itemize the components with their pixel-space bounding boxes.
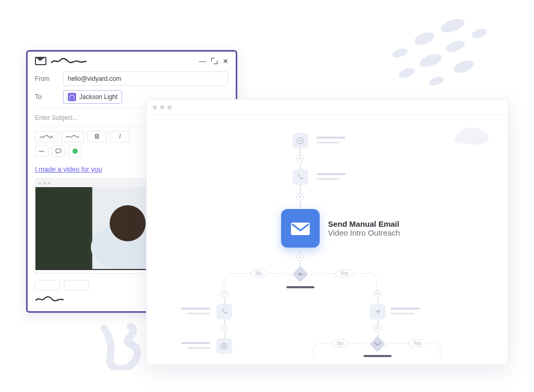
send-email-node[interactable] (281, 209, 320, 248)
recipient-name: Jackson Light (79, 93, 117, 101)
send-node[interactable] (370, 304, 385, 320)
window-close-button[interactable]: ✕ (223, 57, 228, 65)
workflow-window: + + Send Manual Email Video Intro Outrea… (146, 99, 508, 365)
call-node-left[interactable] (216, 304, 232, 320)
bold-button[interactable]: B (87, 131, 107, 142)
person-icon (68, 93, 76, 101)
to-label: To (35, 93, 58, 101)
workflow-canvas[interactable]: + + Send Manual Email Video Intro Outrea… (147, 115, 508, 364)
add-step-2[interactable]: + (296, 193, 304, 201)
from-row: From (35, 71, 228, 86)
send-email-label: Send Manual Email Video Intro Outreach (328, 219, 400, 237)
recipient-chip[interactable]: Jackson Light (63, 90, 122, 104)
vidyard-button[interactable] (68, 145, 82, 157)
send-email-title: Send Manual Email (328, 219, 400, 228)
add-step-1[interactable]: + (296, 155, 304, 162)
decorative-shape (448, 121, 495, 148)
placeholder-button-2[interactable] (64, 280, 89, 290)
svg-rect-3 (223, 345, 226, 348)
send-email-subtitle: Video Intro Outreach (328, 228, 400, 237)
video-subject-link[interactable]: I made a video for you (35, 165, 102, 173)
subject-placeholder: Enter Subject... (35, 114, 78, 121)
vidyard-icon (72, 149, 78, 154)
call-node[interactable] (293, 169, 308, 185)
branch-no-1: No (251, 270, 267, 277)
add-step-left-1[interactable]: + (221, 290, 228, 298)
placeholder-button-1[interactable] (35, 280, 60, 290)
workflow-window-bar (147, 100, 508, 115)
open-icon (374, 340, 381, 348)
window-expand-button[interactable] (211, 58, 217, 64)
font-style-2-button[interactable] (61, 131, 84, 142)
font-style-1-button[interactable] (35, 131, 58, 142)
compose-titlebar: — ✕ (28, 52, 236, 69)
mail-icon (35, 57, 46, 65)
stop-node[interactable] (216, 338, 232, 354)
from-label: From (35, 75, 58, 82)
decorative-blobs (367, 15, 503, 98)
add-step-3[interactable]: + (296, 254, 304, 261)
link-button[interactable] (35, 145, 48, 157)
comment-button[interactable] (52, 145, 65, 157)
branch-yes-2: Yes (408, 339, 426, 347)
window-minimize-button[interactable]: — (199, 57, 206, 65)
branch-yes-1: Yes (335, 270, 353, 277)
branch-no-2: No (332, 339, 348, 347)
add-step-right-1[interactable]: + (374, 290, 381, 298)
svg-rect-1 (291, 223, 310, 235)
link-icon (297, 271, 304, 278)
title-scribble (51, 57, 199, 65)
play-node[interactable] (293, 133, 308, 149)
from-input[interactable] (63, 71, 228, 86)
add-step-right-2[interactable]: + (374, 325, 381, 332)
add-step-left-2[interactable]: + (221, 325, 228, 332)
italic-button[interactable]: I (110, 131, 130, 142)
